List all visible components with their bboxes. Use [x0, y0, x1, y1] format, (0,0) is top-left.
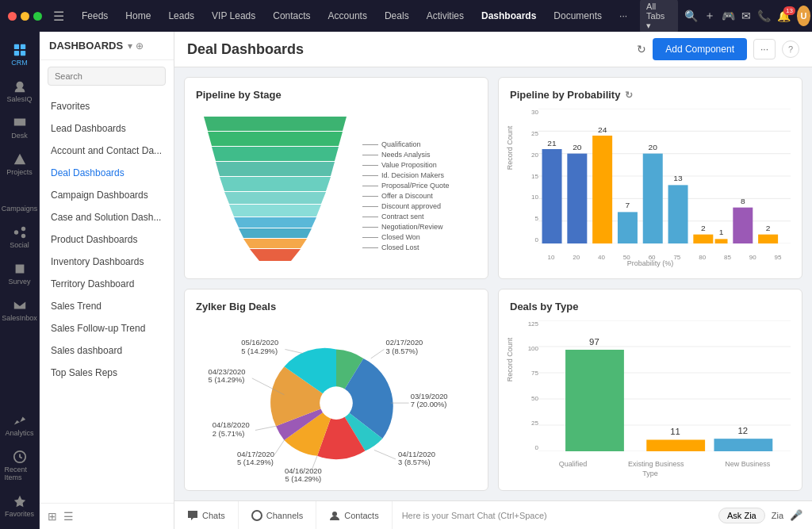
nav-account-contact[interactable]: Account and Contact Da...	[40, 140, 174, 162]
close-button[interactable]	[8, 12, 17, 21]
funnel-label-closed-lost: Closed Lost	[362, 243, 450, 251]
refresh-icon[interactable]: ↻	[637, 43, 646, 56]
sidebar-item-projects[interactable]: Projects	[2, 148, 38, 181]
maximize-button[interactable]	[33, 12, 42, 21]
svg-text:04/17/2020: 04/17/2020	[237, 450, 274, 458]
svg-text:5 (14.29%): 5 (14.29%)	[285, 475, 321, 483]
svg-marker-11	[208, 132, 343, 146]
social-label: Social	[10, 241, 29, 249]
svg-text:5 (14.29%): 5 (14.29%)	[209, 376, 245, 384]
nav-add-icon[interactable]: ⊕	[136, 40, 144, 52]
help-button[interactable]: ?	[782, 40, 799, 58]
sidebar-item-social[interactable]: Social	[2, 220, 38, 254]
nav-activities[interactable]: Activities	[419, 7, 472, 25]
contacts-tab[interactable]: Contacts	[316, 501, 392, 529]
svg-text:3 (8.57%): 3 (8.57%)	[385, 347, 418, 355]
survey-label: Survey	[8, 278, 30, 286]
funnel-label-qualification: Qualification	[362, 140, 450, 148]
all-tabs-switcher[interactable]: All Tabs ▾	[640, 0, 678, 33]
svg-text:04/16/2020: 04/16/2020	[285, 467, 322, 475]
nav-search-input[interactable]	[48, 67, 166, 86]
favorites-label: Favorites	[5, 510, 34, 518]
type-bars-svg: 97 11 12	[538, 320, 791, 451]
svg-rect-34	[618, 212, 638, 243]
funnel-label-negotiation: Negotiation/Review	[362, 223, 450, 231]
svg-marker-16	[229, 205, 321, 217]
menu-icon[interactable]: ☰	[53, 9, 64, 24]
top-navigation: Feeds Home Leads VIP Leads Contacts Acco…	[74, 7, 635, 25]
nav-dashboards[interactable]: Dashboards	[473, 7, 544, 25]
nav-campaign-dashboards[interactable]: Campaign Dashboards	[40, 184, 174, 206]
smart-chat-bar[interactable]: Here is your Smart Chat (Ctrl+Space)	[393, 511, 709, 520]
nav-more[interactable]: ···	[611, 7, 635, 25]
sidebar-item-recent[interactable]: Recent Items	[2, 445, 38, 486]
nav-product-dashboards[interactable]: Product Dashboards	[40, 228, 174, 251]
svg-text:03/19/2020: 03/19/2020	[411, 393, 448, 401]
main-layout: CRM SalesIQ Desk Projects Campaigns Soci…	[0, 32, 812, 529]
nav-favorites[interactable]: Favorites	[40, 95, 174, 117]
svg-text:3 (8.57%): 3 (8.57%)	[398, 458, 431, 466]
sidebar-item-favorites[interactable]: Favorites	[2, 489, 38, 523]
nav-case-solution[interactable]: Case and Solution Dash...	[40, 206, 174, 228]
nav-sales-trend[interactable]: Sales Trend	[40, 295, 174, 317]
nav-home[interactable]: Home	[117, 7, 159, 25]
nav-contacts[interactable]: Contacts	[265, 7, 318, 25]
nav-sales-followup[interactable]: Sales Follow-up Trend	[40, 317, 174, 339]
svg-marker-10	[204, 117, 347, 131]
svg-rect-30	[567, 154, 587, 243]
minimize-button[interactable]	[21, 12, 29, 21]
add-icon[interactable]: ＋	[704, 9, 715, 23]
phone-icon[interactable]: 📞	[757, 10, 771, 22]
svg-text:05/16/2020: 05/16/2020	[241, 339, 278, 347]
search-icon[interactable]: 🔍	[684, 10, 698, 22]
svg-text:7: 7	[626, 201, 630, 210]
gamepad-icon[interactable]: 🎮	[722, 10, 735, 22]
nav-feeds[interactable]: Feeds	[74, 7, 116, 25]
email-icon[interactable]: ✉	[741, 10, 751, 22]
nav-documents[interactable]: Documents	[546, 7, 610, 25]
nav-territory-dashboard[interactable]: Territory Dashboard	[40, 273, 174, 295]
list-view-icon[interactable]: ☰	[63, 510, 74, 523]
nav-sales-dashboard[interactable]: Sales dashboard	[40, 339, 174, 362]
add-component-button[interactable]: Add Component	[653, 38, 747, 60]
svg-point-5	[13, 230, 17, 234]
sidebar-item-campaigns[interactable]: Campaigns	[2, 184, 38, 217]
more-options-button[interactable]: ···	[753, 39, 776, 59]
svg-text:13: 13	[673, 174, 683, 183]
nav-leads[interactable]: Leads	[160, 7, 202, 25]
sidebar-item-survey[interactable]: Survey	[2, 257, 38, 290]
zylker-big-deals-card: Zylker Big Deals	[184, 289, 488, 491]
funnel-labels: Qualification Needs Analysis Value Propo…	[362, 140, 450, 251]
nav-lead-dashboards[interactable]: Lead Dashboards	[40, 117, 174, 140]
pipeline-by-stage-card: Pipeline by Stage	[184, 77, 488, 279]
prob-refresh-icon[interactable]: ↻	[625, 90, 633, 101]
nav-deals[interactable]: Deals	[377, 7, 417, 25]
svg-rect-2	[13, 51, 18, 56]
icon-sidebar: CRM SalesIQ Desk Projects Campaigns Soci…	[0, 32, 40, 529]
prob-bars-svg: 21 20 24 7 20	[538, 109, 791, 243]
chat-tab[interactable]: Chats	[174, 501, 239, 529]
nav-vip-leads[interactable]: VIP Leads	[204, 7, 263, 25]
avatar[interactable]: U	[797, 6, 810, 26]
nav-deal-dashboards[interactable]: Deal Dashboards	[40, 162, 174, 184]
sidebar-item-salesinbox[interactable]: SalesInbox	[2, 293, 38, 327]
ask-zia-button[interactable]: Ask Zia	[718, 508, 765, 523]
sidebar-item-crm[interactable]: CRM	[2, 38, 38, 71]
svg-marker-12	[212, 147, 339, 161]
notification-icon[interactable]: 🔔 13	[777, 10, 791, 22]
sidebar-item-desk[interactable]: Desk	[2, 111, 38, 144]
nav-top-sales-reps[interactable]: Top Sales Reps	[40, 362, 174, 384]
svg-line-57	[374, 450, 396, 458]
header-actions: ↻ Add Component ··· ?	[637, 38, 799, 60]
sidebar-item-salesiq[interactable]: SalesIQ	[2, 75, 38, 108]
nav-dropdown-icon[interactable]: ▾	[128, 40, 132, 52]
expand-icon[interactable]: ⊞	[48, 510, 57, 523]
svg-rect-1	[20, 44, 25, 49]
nav-accounts[interactable]: Accounts	[320, 7, 375, 25]
svg-point-85	[252, 511, 262, 520]
nav-inventory-dashboards[interactable]: Inventory Dashboards	[40, 251, 174, 273]
channels-tab[interactable]: Channels	[239, 501, 316, 529]
sidebar-item-analytics[interactable]: Analytics	[2, 408, 38, 442]
zia-mic-icon[interactable]: 🎤	[790, 509, 802, 521]
svg-rect-0	[13, 44, 18, 49]
